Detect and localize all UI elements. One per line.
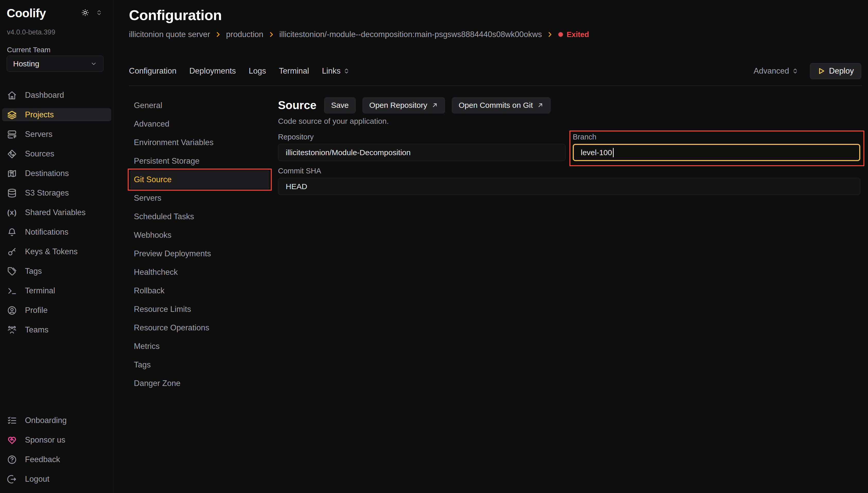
sidebar-item-label: Notifications xyxy=(25,228,68,237)
deploy-label: Deploy xyxy=(829,66,854,76)
tab-links-label: Links xyxy=(322,66,341,76)
deploy-button[interactable]: Deploy xyxy=(810,63,862,79)
team-select-value: Hosting xyxy=(13,60,39,68)
subnav-item-servers[interactable]: Servers xyxy=(130,189,270,207)
open-repository-label: Open Repository xyxy=(369,101,427,110)
repository-value: illicitestonion/Module-Decomposition xyxy=(286,148,410,157)
open-commits-label: Open Commits on Git xyxy=(459,101,533,110)
tab-configuration[interactable]: Configuration xyxy=(129,66,176,76)
breadcrumb-environment[interactable]: production xyxy=(226,30,263,39)
sidebar-footer-nav: Onboarding Sponsor us Feedback Logout xyxy=(2,414,111,492)
sidebar-item-label: Sponsor us xyxy=(25,435,65,445)
sidebar-item-feedback[interactable]: Feedback xyxy=(2,453,111,466)
tab-deployments[interactable]: Deployments xyxy=(189,66,236,76)
subnav-item-danger-zone[interactable]: Danger Zone xyxy=(130,374,270,393)
sidebar-item-terminal[interactable]: Terminal xyxy=(2,284,111,297)
subnav-item-resource-limits[interactable]: Resource Limits xyxy=(130,300,270,319)
sidebar-item-s3-storages[interactable]: S3 Storages xyxy=(2,187,111,199)
subnav-item-persistent-storage[interactable]: Persistent Storage xyxy=(130,152,270,170)
branch-label: Branch xyxy=(573,133,860,141)
user-circle-icon xyxy=(7,306,17,315)
subnav-item-metrics[interactable]: Metrics xyxy=(130,337,270,356)
tab-links[interactable]: Links xyxy=(322,66,350,76)
sidebar-item-projects[interactable]: Projects xyxy=(2,108,111,121)
team-select[interactable]: Hosting xyxy=(7,56,104,72)
chevrons-up-down-icon xyxy=(792,68,799,74)
text-cursor xyxy=(613,148,614,157)
sidebar-item-label: Shared Variables xyxy=(25,208,86,217)
subnav-item-tags[interactable]: Tags xyxy=(130,356,270,374)
chevron-down-icon xyxy=(90,61,97,67)
heart-hands-icon xyxy=(7,435,17,445)
sidebar-item-label: Feedback xyxy=(25,455,60,464)
sidebar-item-profile[interactable]: Profile xyxy=(2,304,111,317)
sidebar-item-onboarding[interactable]: Onboarding xyxy=(2,414,111,427)
subnav-item-rollback[interactable]: Rollback xyxy=(130,281,270,300)
advanced-dropdown[interactable]: Advanced xyxy=(754,66,799,76)
subnav-item-general[interactable]: General xyxy=(130,96,270,115)
logo-row: Coolify xyxy=(7,6,103,20)
sidebar-item-label: Tags xyxy=(25,266,42,276)
subnav-item-environment-variables[interactable]: Environment Variables xyxy=(130,133,270,152)
coolify-app: Coolify v4.0.0-beta.399 Current Team Hos… xyxy=(0,0,868,493)
chevron-right-icon xyxy=(215,31,221,38)
sidebar-item-dashboard[interactable]: Dashboard xyxy=(2,89,111,102)
sidebar-item-shared-variables[interactable]: (x) Shared Variables xyxy=(2,206,111,219)
commit-sha-label: Commit SHA xyxy=(278,167,860,174)
chevron-right-icon xyxy=(268,31,275,38)
subnav-item-webhooks[interactable]: Webhooks xyxy=(130,226,270,244)
save-button[interactable]: Save xyxy=(324,97,356,113)
open-repository-button[interactable]: Open Repository xyxy=(362,97,445,113)
subnav-item-scheduled-tasks[interactable]: Scheduled Tasks xyxy=(130,207,270,226)
branch-input[interactable]: level-100 xyxy=(573,144,860,161)
tabs: Configuration Deployments Logs Terminal … xyxy=(129,66,350,76)
checklist-icon xyxy=(7,416,17,425)
sidebar-item-label: Terminal xyxy=(25,286,55,295)
repository-input[interactable]: illicitestonion/Module-Decomposition xyxy=(278,144,566,161)
breadcrumb-application[interactable]: illicitestonion/-module--decomposition:m… xyxy=(279,30,542,39)
sidebar-item-destinations[interactable]: Destinations xyxy=(2,167,111,180)
subnav-item-advanced[interactable]: Advanced xyxy=(130,115,270,133)
subnav-item-git-source-label: Git Source xyxy=(134,175,171,184)
sidebar-item-label: Servers xyxy=(25,130,52,139)
source-fields: Repository illicitestonion/Module-Decomp… xyxy=(278,133,860,195)
commit-sha-input[interactable]: HEAD xyxy=(278,178,860,195)
status-dot-icon xyxy=(558,31,564,37)
subnav-item-healthcheck[interactable]: Healthcheck xyxy=(130,263,270,281)
commit-sha-value: HEAD xyxy=(286,182,307,191)
subnav-item-git-source[interactable]: Git Source xyxy=(130,170,270,189)
sidebar-item-keys-tokens[interactable]: Keys & Tokens xyxy=(2,245,111,258)
sidebar-item-sources[interactable]: Sources xyxy=(2,147,111,160)
play-icon xyxy=(817,67,825,75)
users-group-icon xyxy=(7,325,17,335)
parentheses-x-icon: (x) xyxy=(7,208,17,217)
status-text: Exited xyxy=(567,30,589,39)
settings-subnav: General Advanced Environment Variables P… xyxy=(130,96,270,393)
subnav-item-preview-deployments[interactable]: Preview Deployments xyxy=(130,244,270,263)
sidebar-item-servers[interactable]: Servers xyxy=(2,128,111,141)
sidebar-item-logout[interactable]: Logout xyxy=(2,473,111,486)
page-title: Configuration xyxy=(129,7,222,23)
sidebar-item-teams[interactable]: Teams xyxy=(2,323,111,336)
home-icon xyxy=(7,90,17,100)
sidebar-item-tags[interactable]: Tags xyxy=(2,265,111,278)
tab-terminal[interactable]: Terminal xyxy=(279,66,309,76)
app-logo: Coolify xyxy=(7,6,46,20)
server-icon xyxy=(7,130,17,139)
source-header-row: Source Save Open Repository Open Commits… xyxy=(278,96,860,114)
help-circle-icon xyxy=(7,455,17,465)
git-source-form: Source Save Open Repository Open Commits… xyxy=(278,96,860,195)
open-commits-button[interactable]: Open Commits on Git xyxy=(452,97,551,113)
subnav-item-resource-operations[interactable]: Resource Operations xyxy=(130,319,270,337)
tabs-row: Configuration Deployments Logs Terminal … xyxy=(129,63,861,79)
sidebar-item-notifications[interactable]: Notifications xyxy=(2,226,111,238)
map-icon xyxy=(7,169,17,178)
tab-logs[interactable]: Logs xyxy=(249,66,266,76)
breadcrumb-project[interactable]: illicitonion quote server xyxy=(129,30,210,39)
sidebar-item-label: S3 Storages xyxy=(25,188,69,198)
sidebar-item-sponsor[interactable]: Sponsor us xyxy=(2,433,111,446)
advanced-label: Advanced xyxy=(754,66,789,76)
theme-selector-icon[interactable] xyxy=(96,9,103,16)
terminal-icon xyxy=(7,286,17,296)
theme-sun-icon[interactable] xyxy=(81,9,89,17)
